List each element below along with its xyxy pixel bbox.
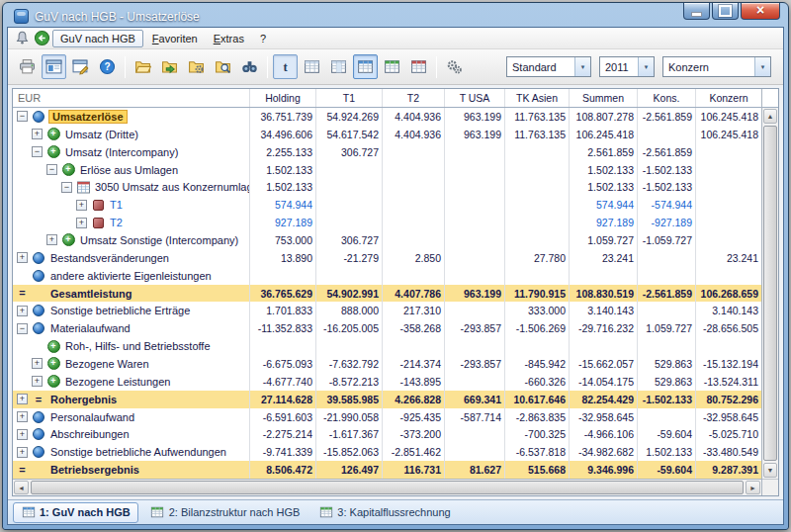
column-header-t1[interactable]: T1 xyxy=(315,89,382,107)
row-label-cell[interactable]: +T1 xyxy=(13,196,249,214)
value-cell[interactable] xyxy=(695,196,761,214)
expand-toggle[interactable]: + xyxy=(17,306,28,316)
value-cell[interactable]: -15.662.057 xyxy=(569,355,637,373)
value-cell[interactable]: 2.561.859 xyxy=(569,143,637,161)
row-label[interactable]: Rohergebnis xyxy=(48,394,119,405)
expand-toggle[interactable]: + xyxy=(32,358,43,369)
collapse-toggle[interactable]: − xyxy=(32,146,43,157)
value-cell[interactable]: -6.675.093 xyxy=(249,355,315,373)
value-cell[interactable] xyxy=(444,443,504,461)
value-cell[interactable]: -13.524.311 xyxy=(695,373,761,391)
value-cell[interactable] xyxy=(695,231,761,249)
row-label-cell[interactable]: +Sonstige betriebliche Aufwendungen xyxy=(13,443,249,461)
value-cell[interactable]: 4.407.786 xyxy=(382,285,444,303)
row-label-cell[interactable]: +Bezogene Leistungen xyxy=(13,373,249,391)
collapse-toggle[interactable]: − xyxy=(61,182,72,193)
value-cell[interactable] xyxy=(504,337,569,355)
value-cell[interactable] xyxy=(382,161,444,179)
row-label-cell[interactable]: −Erlöse aus Umlagen xyxy=(13,161,249,179)
chevron-down-icon[interactable]: ▼ xyxy=(574,57,590,76)
value-cell[interactable]: -6.591.603 xyxy=(249,408,315,426)
value-cell[interactable]: 963.199 xyxy=(444,285,504,303)
value-cell[interactable]: -660.326 xyxy=(504,373,569,391)
value-cell[interactable] xyxy=(249,337,315,355)
value-cell[interactable] xyxy=(504,178,569,196)
value-cell[interactable]: -1.502.133 xyxy=(637,161,695,179)
table-row[interactable]: +Abschreibungen-2.275.214-1.617.367-373.… xyxy=(13,425,761,443)
value-cell[interactable] xyxy=(444,214,504,231)
table-row[interactable]: −Materialaufwand-11.352.833-16.205.005-3… xyxy=(13,319,761,337)
value-cell[interactable]: 23.241 xyxy=(695,249,761,267)
value-cell[interactable]: 963.199 xyxy=(444,108,504,126)
help-icon[interactable]: ? xyxy=(95,54,120,79)
value-cell[interactable]: -574.944 xyxy=(637,196,695,214)
scroll-left-icon[interactable]: ◄ xyxy=(14,481,29,494)
value-cell[interactable] xyxy=(637,408,695,426)
tab-guv-nach-hgb[interactable]: 1: GuV nach HGB xyxy=(13,502,138,523)
value-cell[interactable]: -4.677.740 xyxy=(249,373,315,391)
value-cell[interactable]: -14.054.175 xyxy=(569,373,637,391)
value-cell[interactable]: 116.731 xyxy=(382,461,444,479)
value-cell[interactable]: 1.059.727 xyxy=(637,319,695,337)
value-cell[interactable]: 4.404.936 xyxy=(382,108,444,126)
value-cell[interactable]: -927.189 xyxy=(637,214,695,231)
value-cell[interactable]: -1.059.727 xyxy=(637,231,695,249)
table-row[interactable]: −Umsatzerlöse36.751.73954.924.2694.404.9… xyxy=(13,108,761,126)
menu-guv-nach-hgb[interactable]: GuV nach HGB xyxy=(52,30,143,47)
column-header-kons[interactable]: Kons. xyxy=(637,89,695,107)
expand-toggle[interactable]: + xyxy=(17,429,28,440)
value-cell[interactable]: 27.780 xyxy=(504,249,569,267)
row-label[interactable]: Erlöse aus Umlagen xyxy=(78,164,180,176)
value-cell[interactable] xyxy=(695,337,761,355)
row-label[interactable]: Umsatz (Dritte) xyxy=(63,129,140,140)
value-cell[interactable]: -2.561.859 xyxy=(637,108,695,126)
row-label-cell[interactable]: +Umsatz (Dritte) xyxy=(13,126,249,143)
row-label-cell[interactable]: Roh-, Hilfs- und Betriebsstoffe xyxy=(13,337,249,355)
table-row[interactable]: +Bezogene Leistungen-4.677.740-8.572.213… xyxy=(13,373,761,391)
value-cell[interactable]: 2.850 xyxy=(382,249,444,267)
expand-toggle[interactable]: + xyxy=(32,376,43,387)
row-label[interactable]: Sonstige betriebliche Erträge xyxy=(48,305,192,316)
table-selected-icon[interactable] xyxy=(353,54,378,79)
value-cell[interactable]: 574.944 xyxy=(569,196,637,214)
chevron-down-icon[interactable]: ▼ xyxy=(754,57,770,76)
value-cell[interactable]: -33.480.549 xyxy=(695,443,761,461)
value-cell[interactable] xyxy=(444,302,504,319)
value-cell[interactable] xyxy=(315,214,382,231)
row-label[interactable]: Umsatz Sonstige (Intercompany) xyxy=(78,234,240,246)
value-cell[interactable]: 1.502.133 xyxy=(569,161,637,179)
row-label-cell[interactable]: +Umsatz Sonstige (Intercompany) xyxy=(13,231,249,249)
row-label[interactable]: Umsatz (Intercompany) xyxy=(63,146,180,158)
value-cell[interactable]: 2.255.133 xyxy=(249,143,315,161)
maximize-button[interactable] xyxy=(712,3,739,20)
value-cell[interactable]: -1.502.133 xyxy=(637,178,695,196)
value-cell[interactable]: -32.958.645 xyxy=(569,408,637,426)
value-cell[interactable]: 3.140.143 xyxy=(695,302,761,319)
row-label[interactable]: Sonstige betriebliche Aufwendungen xyxy=(48,446,228,458)
horizontal-scroll-thumb[interactable] xyxy=(31,481,744,494)
vertical-scrollbar[interactable]: ▲ ▼ xyxy=(762,108,778,479)
value-cell[interactable]: 1.059.727 xyxy=(569,231,637,249)
text-view-icon[interactable]: t xyxy=(273,54,298,79)
value-cell[interactable]: 106.245.418 xyxy=(695,126,761,143)
value-cell[interactable]: 54.617.542 xyxy=(315,126,382,143)
value-cell[interactable]: 8.506.472 xyxy=(249,461,315,479)
value-cell[interactable]: 54.902.991 xyxy=(315,285,382,303)
value-cell[interactable] xyxy=(695,143,761,161)
value-cell[interactable]: 1.502.133 xyxy=(569,178,637,196)
value-cell[interactable]: -2.851.462 xyxy=(382,443,444,461)
chevron-down-icon[interactable]: ▼ xyxy=(638,57,654,76)
value-cell[interactable]: -11.352.833 xyxy=(249,319,315,337)
value-cell[interactable]: 108.807.278 xyxy=(569,108,637,126)
value-cell[interactable] xyxy=(504,231,569,249)
value-cell[interactable]: 529.863 xyxy=(637,355,695,373)
expand-toggle[interactable]: + xyxy=(17,252,28,263)
value-cell[interactable]: -2.561.859 xyxy=(637,285,695,303)
value-cell[interactable]: 515.668 xyxy=(504,461,569,479)
table-row[interactable]: Roh-, Hilfs- und Betriebsstoffe xyxy=(13,337,761,355)
binoculars-icon[interactable] xyxy=(237,54,262,79)
row-label[interactable]: T1 xyxy=(108,199,125,211)
value-cell[interactable]: -15.852.063 xyxy=(315,443,382,461)
value-cell[interactable] xyxy=(444,143,504,161)
table-row[interactable]: +T2927.189927.189-927.189 xyxy=(13,214,761,231)
